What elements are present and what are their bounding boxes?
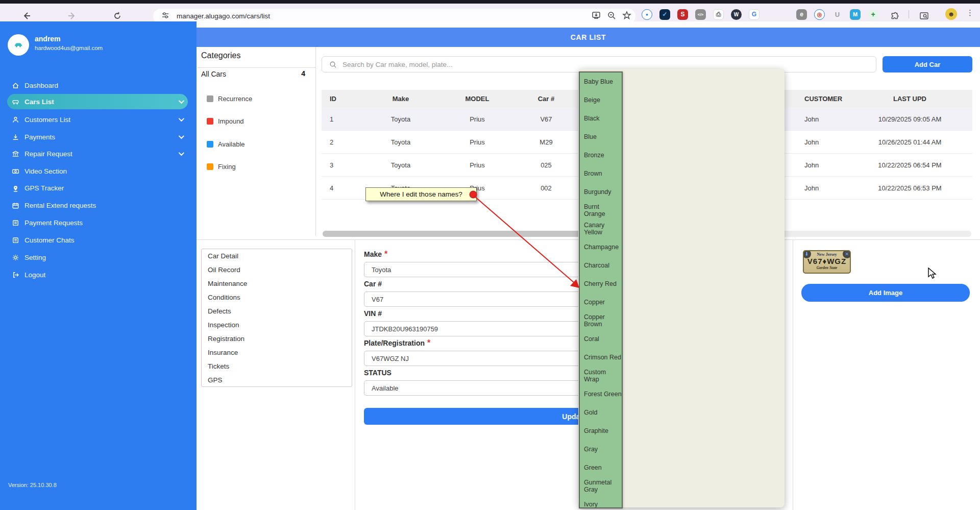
sidebar-item-payments[interactable]: Payments [0, 129, 197, 144]
profile-avatar[interactable]: ☻ [945, 8, 957, 20]
download-icon [11, 133, 20, 141]
url-text[interactable]: manager.alugago.com/cars/list [177, 12, 270, 20]
color-option[interactable]: Copper Brown [580, 311, 622, 330]
color-option[interactable]: Charcoal [580, 256, 622, 275]
side-panel-search-icon[interactable] [917, 9, 931, 23]
color-option[interactable]: Copper [580, 293, 622, 311]
omnibox[interactable]: manager.alugago.com/cars/list [153, 9, 635, 23]
cell-car-no: 002 [510, 184, 582, 192]
site-settings-icon[interactable] [161, 11, 169, 21]
add-car-button[interactable]: Add Car [883, 56, 972, 72]
detail-tab[interactable]: Conditions [202, 290, 352, 304]
color-option[interactable]: Gunmetal Gray [580, 477, 622, 495]
detail-tab[interactable]: Oil Record [202, 263, 352, 277]
color-option[interactable]: Burgundy [580, 183, 622, 201]
reload-button[interactable] [110, 9, 125, 23]
color-dropdown-list[interactable]: Baby Blue Beige Black Blue Bronze Brown … [579, 71, 623, 508]
color-option[interactable]: Graphite [580, 422, 622, 440]
category-item[interactable]: Recurrence 0 [207, 94, 309, 103]
check-extension-icon[interactable]: ✓ [659, 9, 670, 20]
color-option[interactable]: Ivory [580, 495, 622, 508]
color-option[interactable]: Coral [580, 330, 622, 348]
sidebar-item-video-section[interactable]: Video Section [0, 163, 197, 179]
detail-tab[interactable]: Car Detail [202, 249, 352, 263]
install-app-icon[interactable] [592, 11, 601, 22]
sidebar-item-payment-requests[interactable]: Payment Requests [0, 215, 197, 230]
detail-tab[interactable]: Tickets [202, 359, 352, 373]
sidebar-item-customers-list[interactable]: Customers List [0, 112, 197, 127]
forward-button[interactable] [65, 9, 79, 23]
color-option[interactable]: Brown [580, 164, 622, 183]
detail-tab[interactable]: Defects [202, 304, 352, 318]
mouse-cursor [928, 268, 939, 280]
color-option[interactable]: Burnt Orange [580, 201, 622, 220]
detail-tab[interactable]: Inspection [202, 318, 352, 332]
zoom-out-icon[interactable] [607, 11, 616, 22]
chevron-down-icon[interactable] [179, 150, 184, 156]
web-extension-icon[interactable]: W [731, 9, 742, 20]
color-option[interactable]: Champagne [580, 238, 622, 256]
category-color-swatch [207, 163, 213, 170]
color-option[interactable]: Bronze [580, 146, 622, 164]
back-button[interactable] [19, 9, 34, 23]
detail-tab[interactable]: Registration [202, 332, 352, 346]
browser-menu-icon[interactable]: ⋮ [966, 8, 974, 17]
category-all-cars[interactable]: All Cars [201, 70, 226, 78]
col-customer: CUSTOMER [796, 95, 847, 103]
record-extension-icon[interactable]: ● [642, 9, 652, 20]
category-item[interactable]: Impound 0 [207, 117, 309, 126]
u-extension-icon[interactable]: U [832, 9, 843, 20]
bookmark-star-icon[interactable] [622, 11, 631, 22]
seo-extension-icon[interactable]: S [677, 9, 688, 20]
color-option[interactable]: Crimson Red [580, 348, 622, 367]
code-extension-icon[interactable]: </> [695, 9, 706, 20]
detail-tab[interactable]: GPS [202, 373, 352, 387]
cell-last-upd: 10/22/2025 06:54 PM [847, 161, 972, 169]
color-option[interactable]: Custom Wrap [580, 367, 622, 385]
extensions-puzzle-icon[interactable] [887, 9, 901, 23]
remove-image-icon[interactable]: ✕ [843, 250, 851, 258]
color-option[interactable]: Blue [580, 128, 622, 146]
e-extension-icon[interactable]: e [796, 9, 807, 20]
m-extension-icon[interactable]: M [850, 9, 861, 20]
col-id: ID [322, 95, 357, 103]
detail-tab[interactable]: Insurance [202, 346, 352, 359]
search-input[interactable] [342, 61, 802, 68]
detail-tab[interactable]: Maintenance [202, 277, 352, 290]
category-item[interactable]: Fixing 0 [207, 163, 309, 171]
category-color-swatch [207, 141, 213, 148]
sidebar-item-dashboard[interactable]: Dashboard [0, 78, 197, 93]
print-extension-icon[interactable]: ⎙ [713, 9, 724, 20]
plus-extension-icon[interactable]: + [868, 9, 878, 20]
calendar-icon [11, 201, 20, 210]
category-item[interactable]: Available 4 [207, 140, 309, 148]
color-option[interactable]: Baby Blue [580, 72, 622, 91]
color-option[interactable]: Black [580, 109, 622, 128]
license-plate-thumbnail[interactable]: New Jersey V67♦WGZ Garden State ⬇ ✕ [803, 250, 851, 274]
sidebar-item-logout[interactable]: Logout [0, 267, 197, 282]
rings-extension-icon[interactable]: ◎ [814, 9, 825, 20]
sidebar-item-gps-tracker[interactable]: GPS Tracker [0, 180, 197, 196]
color-option[interactable]: Beige [580, 91, 622, 109]
chevron-down-icon[interactable] [179, 116, 184, 122]
sidebar-item-setting[interactable]: Setting [0, 250, 197, 265]
color-option[interactable]: Gold [580, 403, 622, 422]
required-marker: * [427, 338, 430, 347]
sidebar-item-cars-list[interactable]: Cars List [7, 94, 188, 109]
chat-icon [11, 236, 20, 245]
color-option[interactable]: Forest Green [580, 385, 622, 403]
sidebar-item-customer-chats[interactable]: Customer Chats [0, 232, 197, 248]
color-option[interactable]: Cherry Red [580, 275, 622, 293]
cell-customer: John [796, 138, 847, 146]
chevron-down-icon[interactable] [179, 98, 184, 104]
chevron-down-icon[interactable] [179, 133, 184, 139]
sidebar-item-repair-request[interactable]: Repair Request [0, 146, 197, 161]
color-option[interactable]: Canary Yellow [580, 220, 622, 238]
color-option[interactable]: Gray [580, 440, 622, 458]
color-option[interactable]: Green [580, 458, 622, 477]
cell-last-upd: 10/29/2025 09:05 AM [847, 115, 972, 123]
user-email: hardwood4us@gmail.com [35, 45, 103, 51]
sidebar-item-rental-extend[interactable]: Rental Extend requests [0, 198, 197, 213]
translate-extension-icon[interactable]: G [749, 9, 760, 20]
add-image-button[interactable]: Add Image [801, 284, 970, 302]
